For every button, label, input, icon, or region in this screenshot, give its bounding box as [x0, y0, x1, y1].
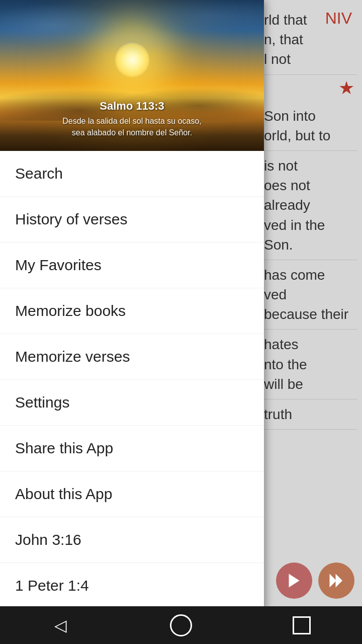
- menu-item-memorize-verses[interactable]: Memorize verses: [0, 334, 264, 380]
- home-button[interactable]: [161, 610, 201, 640]
- bible-text-block-3: is notoes notalreadyved in theSon.: [264, 151, 357, 260]
- svg-marker-1: [330, 574, 337, 588]
- nav-bar: ◁: [0, 606, 362, 644]
- favorite-star[interactable]: ★: [264, 75, 357, 101]
- menu-item-peter[interactable]: 1 Peter 1:4: [0, 563, 264, 608]
- bible-text-block-1: rld thatn, thatl not: [264, 5, 357, 75]
- header-verse-ref: Salmo 113:3: [0, 100, 264, 113]
- back-icon: ◁: [54, 616, 67, 635]
- navigation-drawer: Salmo 113:3 Desde la salida del sol hast…: [0, 0, 264, 611]
- header-text: Salmo 113:3 Desde la salida del sol hast…: [0, 100, 264, 138]
- media-controls: [276, 562, 354, 599]
- play-icon: [285, 572, 303, 590]
- recent-icon: [293, 616, 311, 634]
- menu-item-share[interactable]: Share this App: [0, 426, 264, 471]
- menu-item-settings[interactable]: Settings: [0, 380, 264, 426]
- fast-forward-button[interactable]: [318, 562, 354, 599]
- bible-text-block-2: Son intoorld, but to: [264, 101, 357, 151]
- svg-marker-0: [289, 574, 300, 588]
- bible-text-block-4: has comevedbecause their: [264, 260, 357, 330]
- bible-text-block-5: hatesnto thewill be: [264, 330, 357, 399]
- home-icon: [170, 614, 192, 636]
- header-verse-text: Desde la salida del sol hasta su ocaso,s…: [0, 116, 264, 138]
- svg-marker-2: [336, 574, 343, 588]
- recent-apps-button[interactable]: [282, 610, 322, 640]
- menu-item-memorize-books[interactable]: Memorize books: [0, 288, 264, 334]
- drawer-header: Salmo 113:3 Desde la salida del sol hast…: [0, 0, 264, 151]
- menu-item-john[interactable]: John 3:16: [0, 517, 264, 563]
- menu-item-favorites[interactable]: My Favorites: [0, 243, 264, 288]
- menu-item-search[interactable]: Search: [0, 151, 264, 197]
- menu-item-about[interactable]: About this App: [0, 471, 264, 517]
- bible-text-area: rld thatn, thatl not ★ Son intoorld, but…: [261, 0, 362, 604]
- fast-forward-icon: [327, 572, 345, 590]
- play-button[interactable]: [276, 562, 312, 599]
- bible-text-block-6: truth: [264, 399, 357, 430]
- back-button[interactable]: ◁: [40, 610, 80, 640]
- menu-list: Search History of verses My Favorites Me…: [0, 151, 264, 611]
- menu-item-history[interactable]: History of verses: [0, 197, 264, 243]
